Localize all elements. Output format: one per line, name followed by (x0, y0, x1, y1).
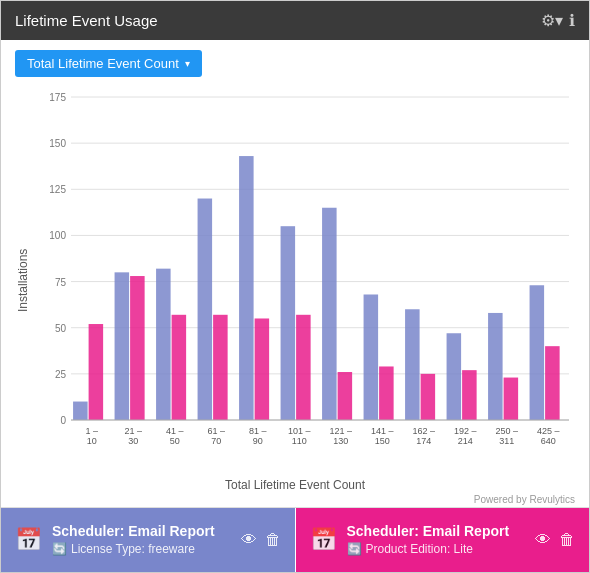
widget-header: Lifetime Event Usage ⚙▾ ℹ (1, 1, 589, 40)
lifetime-event-usage-widget: Lifetime Event Usage ⚙▾ ℹ Total Lifetime… (0, 0, 590, 573)
card1-content: Scheduler: Email Report 🔄 License Type: … (52, 523, 231, 556)
svg-text:110: 110 (292, 436, 307, 446)
card2-content: Scheduler: Email Report 🔄 Product Editio… (347, 523, 526, 556)
powered-by: Powered by Revulytics (11, 494, 579, 507)
card2-icon: 📅 (310, 527, 337, 553)
svg-rect-39 (545, 346, 560, 420)
svg-rect-34 (338, 372, 353, 420)
svg-text:250 –: 250 – (495, 426, 518, 436)
footer: 📅 Scheduler: Email Report 🔄 License Type… (1, 507, 589, 572)
card2-subtitle: 🔄 Product Edition: Lite (347, 542, 526, 556)
svg-rect-29 (130, 276, 145, 420)
footer-card-2: 📅 Scheduler: Email Report 🔄 Product Edit… (295, 508, 590, 572)
svg-rect-25 (447, 333, 462, 420)
svg-text:121 –: 121 – (329, 426, 352, 436)
card2-subtitle-icon: 🔄 (347, 542, 362, 556)
svg-text:61 –: 61 – (207, 426, 225, 436)
svg-text:130: 130 (333, 436, 348, 446)
svg-rect-33 (296, 315, 311, 420)
svg-rect-23 (364, 294, 379, 420)
svg-text:75: 75 (55, 277, 67, 288)
svg-text:214: 214 (458, 436, 473, 446)
card1-subtitle-icon: 🔄 (52, 542, 67, 556)
card2-subtitle-text: Product Edition: Lite (366, 542, 473, 556)
svg-rect-38 (504, 377, 519, 419)
chart-container: Installations 02550751001251501751 –1021… (11, 87, 579, 474)
widget-toolbar: Total Lifetime Event Count ▾ (1, 40, 589, 83)
svg-rect-16 (73, 401, 88, 419)
svg-text:90: 90 (253, 436, 263, 446)
svg-rect-19 (198, 198, 213, 419)
footer-card-1: 📅 Scheduler: Email Report 🔄 License Type… (1, 508, 295, 572)
svg-text:311: 311 (499, 436, 514, 446)
card2-title: Scheduler: Email Report (347, 523, 526, 539)
info-icon[interactable]: ℹ (569, 11, 575, 30)
svg-text:41 –: 41 – (166, 426, 184, 436)
svg-text:10: 10 (87, 436, 97, 446)
svg-rect-22 (322, 208, 337, 420)
svg-text:125: 125 (49, 184, 66, 195)
svg-text:50: 50 (55, 323, 67, 334)
card1-subtitle-text: License Type: freeware (71, 542, 195, 556)
bars-area: 02550751001251501751 –1021 –3041 –5061 –… (31, 87, 579, 474)
svg-rect-35 (379, 366, 394, 420)
svg-text:150: 150 (49, 138, 66, 149)
svg-text:100: 100 (49, 230, 66, 241)
svg-text:21 –: 21 – (124, 426, 142, 436)
card2-actions: 👁 🗑 (535, 531, 575, 549)
svg-text:141 –: 141 – (371, 426, 394, 436)
svg-text:175: 175 (49, 92, 66, 103)
svg-text:640: 640 (541, 436, 556, 446)
svg-text:1 –: 1 – (85, 426, 98, 436)
card2-trash-icon[interactable]: 🗑 (559, 531, 575, 549)
svg-rect-17 (115, 272, 130, 420)
svg-text:70: 70 (211, 436, 221, 446)
svg-text:192 –: 192 – (454, 426, 477, 436)
chart-area: Installations 02550751001251501751 –1021… (1, 83, 589, 507)
svg-rect-26 (488, 313, 503, 420)
svg-rect-36 (421, 374, 436, 420)
svg-rect-37 (462, 370, 477, 420)
chart-inner: 02550751001251501751 –1021 –3041 –5061 –… (31, 87, 579, 474)
x-axis-label: Total Lifetime Event Count (11, 474, 579, 494)
card1-actions: 👁 🗑 (241, 531, 281, 549)
y-axis-label: Installations (11, 87, 31, 474)
svg-text:0: 0 (60, 415, 66, 426)
svg-rect-27 (530, 285, 545, 420)
header-icons: ⚙▾ ℹ (541, 11, 575, 30)
dropdown-label: Total Lifetime Event Count (27, 56, 179, 71)
svg-text:50: 50 (170, 436, 180, 446)
svg-rect-24 (405, 309, 420, 420)
svg-rect-32 (255, 318, 270, 420)
svg-rect-30 (172, 315, 187, 420)
svg-rect-28 (89, 324, 104, 420)
card1-title: Scheduler: Email Report (52, 523, 231, 539)
svg-text:425 –: 425 – (537, 426, 560, 436)
svg-text:30: 30 (128, 436, 138, 446)
svg-rect-21 (281, 226, 296, 420)
card1-icon: 📅 (15, 527, 42, 553)
svg-text:174: 174 (416, 436, 431, 446)
chevron-down-icon: ▾ (185, 58, 190, 69)
svg-rect-18 (156, 269, 171, 420)
svg-rect-20 (239, 156, 254, 420)
svg-text:162 –: 162 – (412, 426, 435, 436)
svg-rect-31 (213, 315, 228, 420)
card1-trash-icon[interactable]: 🗑 (265, 531, 281, 549)
widget-title: Lifetime Event Usage (15, 12, 158, 29)
card1-eye-icon[interactable]: 👁 (241, 531, 257, 549)
svg-text:101 –: 101 – (288, 426, 311, 436)
metric-dropdown-button[interactable]: Total Lifetime Event Count ▾ (15, 50, 202, 77)
settings-icon[interactable]: ⚙▾ (541, 11, 563, 30)
card2-eye-icon[interactable]: 👁 (535, 531, 551, 549)
svg-text:81 –: 81 – (249, 426, 267, 436)
svg-text:150: 150 (375, 436, 390, 446)
card1-subtitle: 🔄 License Type: freeware (52, 542, 231, 556)
svg-text:25: 25 (55, 369, 67, 380)
